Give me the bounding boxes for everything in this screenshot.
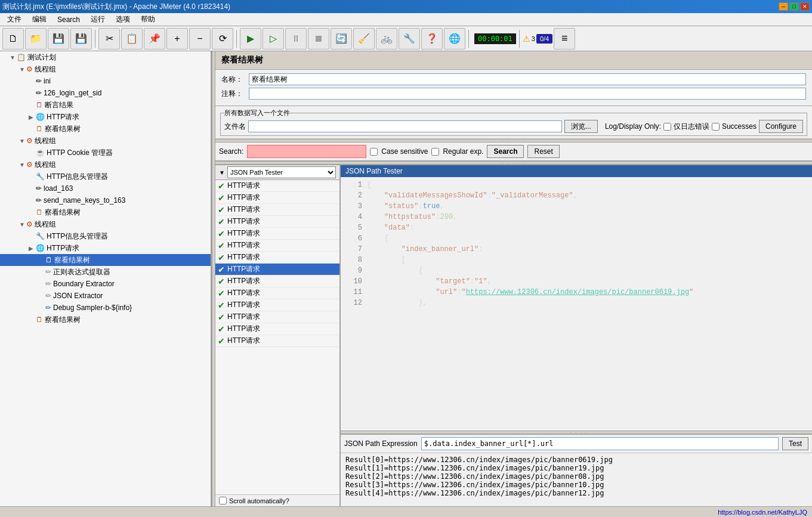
maximize-button[interactable]: □	[789, 2, 799, 11]
line-content-4: "httpstatus":200,	[367, 212, 457, 222]
result-item-14[interactable]: ✔ HTTP请求	[215, 335, 339, 347]
toolbar-paste[interactable]: 📌	[144, 28, 165, 49]
result-item-1[interactable]: ✔ HTTP请求	[215, 180, 339, 192]
file-input[interactable]	[248, 120, 562, 132]
case-sensitive-checkbox[interactable]	[370, 148, 378, 156]
reset-button[interactable]: Reset	[527, 145, 559, 158]
toolbar-collapse[interactable]: −	[189, 28, 211, 49]
result-item-10[interactable]: ✔ HTTP请求	[215, 287, 339, 299]
result-item-11[interactable]: ✔ HTTP请求	[215, 299, 339, 311]
tree-item-regex-extractor[interactable]: ✏ 正则表达式提取器	[0, 266, 211, 278]
result-item-8[interactable]: ✔ HTTP请求	[215, 264, 339, 275]
log-error-checkbox[interactable]	[663, 123, 671, 131]
tree-item-testplan[interactable]: ▼ 📋 测试计划	[0, 51, 211, 63]
successes-checkbox[interactable]	[712, 123, 720, 131]
tree-item-json-extractor[interactable]: ✏ JSON Extractor	[0, 290, 211, 302]
search-button[interactable]: Search	[487, 145, 524, 158]
toolbar-open[interactable]: 📁	[25, 28, 47, 49]
menu-edit[interactable]: 编辑	[27, 13, 51, 26]
toolbar-start-no-pause[interactable]: ▷	[263, 28, 284, 49]
tree-item-http1[interactable]: ▶ 🌐 HTTP请求	[0, 111, 211, 123]
tree-item-debug[interactable]: ✏ Debug Sampler-b-${info}	[0, 302, 211, 314]
log-error-label: 仅日志错误	[674, 122, 709, 132]
json-content[interactable]: 1 { 2 "validateMessagesShowId":"_validat…	[341, 177, 812, 431]
toolbar-vars[interactable]: 🔧	[399, 28, 420, 49]
toolbar-help[interactable]: ❓	[421, 28, 443, 49]
tree-item-assert-result[interactable]: 🗒 断言结果	[0, 99, 211, 111]
tree-item-group3[interactable]: ▼ ⚙ 线程组	[0, 159, 211, 171]
line-num-7: 7	[345, 244, 362, 255]
tree-item-group1[interactable]: ▼ ⚙ 线程组	[0, 63, 211, 75]
comment-input[interactable]	[249, 88, 806, 100]
tree-item-result1[interactable]: 🗒 察看结果树	[0, 123, 211, 135]
result-item-3[interactable]: ✔ HTTP请求	[215, 204, 339, 216]
tree-item-group4[interactable]: ▼ ⚙ 线程组	[0, 218, 211, 230]
menu-run[interactable]: 运行	[86, 13, 110, 26]
check-icon-2: ✔	[218, 193, 225, 203]
tree-item-group2[interactable]: ▼ ⚙ 线程组	[0, 135, 211, 147]
toolbar-expand[interactable]: +	[166, 28, 188, 49]
result-item-9[interactable]: ✔ HTTP请求	[215, 275, 339, 287]
json-line-2: 2 "validateMessagesShowId":"_validatorMe…	[345, 190, 807, 201]
comment-row: 注释：	[221, 88, 806, 100]
result-item-12[interactable]: ✔ HTTP请求	[215, 311, 339, 323]
tree-item-result3[interactable]: 🗒 察看结果树	[0, 254, 211, 266]
tree-item-login[interactable]: ✏ 126_login_get_sid	[0, 87, 211, 99]
toolbar-copy[interactable]: 📋	[121, 28, 143, 49]
tree-item-load163[interactable]: ✏ load_163	[0, 182, 211, 194]
results-dropdown[interactable]: JSON Path Tester Request Response	[227, 166, 336, 178]
result-item-5[interactable]: ✔ HTTP请求	[215, 228, 339, 240]
check-icon-4: ✔	[218, 217, 225, 227]
status-bar: https://blog.csdn.net/KathyLJQ	[0, 506, 812, 517]
toolbar-start[interactable]: ▶	[240, 28, 261, 49]
test-button[interactable]: Test	[782, 437, 808, 450]
toolbar-stop[interactable]: ⏸	[285, 28, 307, 49]
file-label: 文件名	[224, 122, 246, 132]
toolbar-shutdown[interactable]: 🔄	[331, 28, 352, 49]
scroll-auto-checkbox[interactable]	[219, 497, 227, 504]
tree-item-result4[interactable]: 🗒 察看结果树	[0, 314, 211, 326]
minimize-button[interactable]: ─	[779, 2, 788, 11]
results-text: Result[0]=https://www.12306.cn/index/ima…	[341, 453, 812, 506]
toolbar-toggle1[interactable]: ⟳	[212, 28, 233, 49]
regular-exp-label: Regular exp.	[443, 147, 483, 156]
result-item-4[interactable]: ✔ HTTP请求	[215, 216, 339, 228]
toolbar-clear-all[interactable]: 🚲	[376, 28, 397, 49]
toolbar-remote[interactable]: 🌐	[444, 28, 465, 49]
regular-exp-checkbox[interactable]	[431, 148, 439, 156]
tree-item-result2[interactable]: 🗒 察看结果树	[0, 206, 211, 218]
comment-label: 注释：	[221, 89, 245, 99]
toolbar-new[interactable]: 🗋	[2, 28, 24, 49]
tree-arrow: ▶	[29, 114, 35, 120]
close-button[interactable]: ✕	[800, 2, 810, 11]
toolbar-clear[interactable]: 🧹	[353, 28, 375, 49]
toolbar-menu[interactable]: ≡	[554, 28, 575, 49]
tree-arrow: ▶	[29, 245, 35, 252]
name-input[interactable]	[249, 73, 806, 85]
menu-file[interactable]: 文件	[2, 13, 26, 26]
tree-item-cookie[interactable]: ☕ HTTP Cookie 管理器	[0, 147, 211, 159]
tree-item-header2[interactable]: 🔧 HTTP信息头管理器	[0, 230, 211, 242]
menu-options[interactable]: 选项	[111, 13, 135, 26]
tree-item-send163[interactable]: ✏ send_name_keys_to_163	[0, 194, 211, 206]
json-line-8: 8 [	[345, 255, 807, 265]
toolbar-stop-now[interactable]: ⏹	[308, 28, 329, 49]
tree-item-header1[interactable]: 🔧 HTTP信息头管理器	[0, 171, 211, 182]
tree-item-http2[interactable]: ▶ 🌐 HTTP请求	[0, 242, 211, 254]
toolbar-save[interactable]: 💾	[48, 28, 69, 49]
result-item-7[interactable]: ✔ HTTP请求	[215, 252, 339, 264]
configure-button[interactable]: Configure	[759, 120, 803, 133]
toolbar-cut[interactable]: ✂	[98, 28, 120, 49]
result-item-2[interactable]: ✔ HTTP请求	[215, 192, 339, 204]
menu-search[interactable]: Search	[53, 14, 85, 25]
browse-button[interactable]: 浏览...	[564, 120, 598, 133]
menu-help[interactable]: 帮助	[136, 13, 160, 26]
tree-item-ini[interactable]: ✏ ini	[0, 75, 211, 87]
file-section-wrapper: 所有数据写入一个文件 文件名 浏览... Log/Display Only: 仅…	[215, 106, 812, 139]
result-item-13[interactable]: ✔ HTTP请求	[215, 323, 339, 335]
toolbar-save-as[interactable]: 💾	[70, 28, 92, 49]
result-item-6[interactable]: ✔ HTTP请求	[215, 240, 339, 252]
tree-item-boundary-extractor[interactable]: ✏ Boundary Extractor	[0, 278, 211, 290]
search-input[interactable]	[247, 145, 366, 158]
json-path-input[interactable]	[421, 437, 779, 450]
